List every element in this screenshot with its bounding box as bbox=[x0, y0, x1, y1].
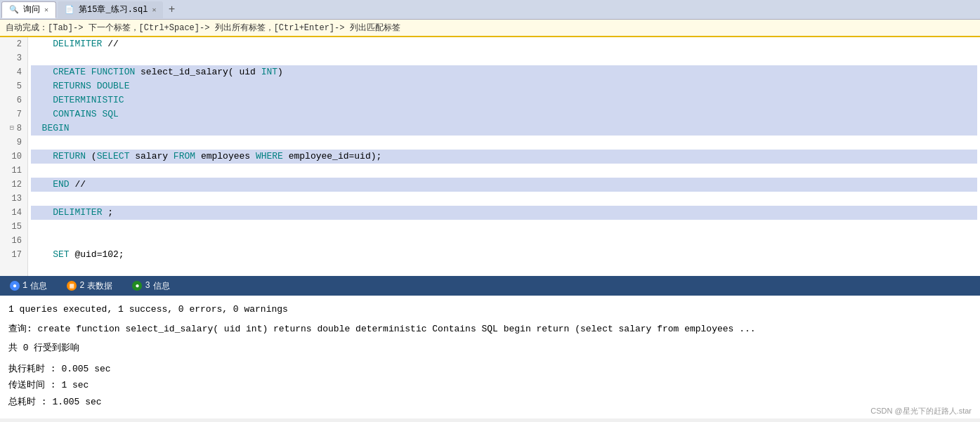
panel-tab-tabledata[interactable]: ▦ 2 表数据 bbox=[63, 279, 117, 294]
line-numbers: 2 3 4 5 6 7 ⊟8 9 10 11 12 13 14 15 16 17 bbox=[0, 37, 28, 276]
timing-val2: : 1 sec bbox=[51, 380, 89, 390]
line-num-9: 9 bbox=[6, 136, 22, 150]
timing-val1: : 0.005 sec bbox=[51, 364, 111, 374]
panel-tab-info1-label: 信息 bbox=[30, 280, 47, 292]
line-num-14: 14 bbox=[6, 206, 22, 220]
code-line-8: BEGIN bbox=[31, 121, 977, 136]
panel-tab-tabledata-label: 表数据 bbox=[87, 280, 112, 292]
tab-add-button[interactable]: + bbox=[164, 3, 178, 17]
timing-row2: 传送时间 : 1 sec bbox=[8, 378, 972, 393]
line-num-4: 4 bbox=[6, 65, 22, 79]
watermark: CSDN @星光下的赶路人.star bbox=[870, 406, 972, 416]
bottom-panel: ● 1 信息 ▦ 2 表数据 ● 3 信息 bbox=[0, 276, 980, 296]
line-num-10: 10 bbox=[6, 150, 22, 164]
code-line-3 bbox=[31, 51, 977, 65]
code-line-4: CREATE FUNCTION select_id_salary( uid IN… bbox=[31, 65, 977, 79]
panel-tab-info3-label: 信息 bbox=[153, 280, 170, 292]
code-line-2: DELIMITER // bbox=[31, 37, 977, 51]
line-num-6: 6 bbox=[6, 93, 22, 107]
kw-delimiter-2: DELIMITER bbox=[31, 37, 107, 51]
code-line-5: RETURNS DOUBLE bbox=[31, 79, 977, 93]
code-line-7: CONTAINS SQL bbox=[31, 107, 977, 121]
code-line-11 bbox=[31, 164, 977, 178]
ch15-icon: 📄 bbox=[65, 5, 74, 14]
line-num-17: 17 bbox=[6, 248, 22, 262]
app-window: 🔍 询问 ✕ 📄 第15章_练习.sql ✕ + 自动完成：[Tab]-> 下一… bbox=[0, 0, 980, 422]
line-num-7: 7 bbox=[6, 107, 22, 121]
timing-label3: 总耗时 bbox=[8, 397, 36, 407]
line-num-2: 2 bbox=[6, 37, 22, 51]
code-lines[interactable]: DELIMITER // CREATE FUNCTION select_id_s… bbox=[28, 37, 980, 276]
hint-text: 自动完成：[Tab]-> 下一个标签，[Ctrl+Space]-> 列出所有标签… bbox=[6, 23, 400, 33]
info1-icon: ● bbox=[10, 281, 20, 291]
tabledata-icon: ▦ bbox=[67, 281, 77, 291]
timing-row1: 执行耗时 : 0.005 sec bbox=[8, 362, 972, 376]
info3-icon: ● bbox=[132, 281, 142, 291]
timing-val3: : 1.005 sec bbox=[41, 397, 102, 407]
tab-ch15-label: 第15章_练习.sql bbox=[79, 4, 148, 15]
timing-block: 执行耗时 : 0.005 sec 传送时间 : 1 sec 总耗时 : 1.00… bbox=[8, 362, 972, 409]
query-icon: 🔍 bbox=[9, 5, 19, 14]
timing-label2: 传送时间 bbox=[8, 380, 45, 390]
code-line-15 bbox=[31, 220, 977, 234]
line-num-3: 3 bbox=[6, 51, 22, 65]
code-line-14: DELIMITER ; bbox=[31, 206, 977, 220]
panel-tab-info3-num: 3 bbox=[145, 281, 150, 291]
code-line-13 bbox=[31, 192, 977, 206]
timing-label1: 执行耗时 bbox=[8, 364, 45, 374]
panel-tab-tabledata-num: 2 bbox=[79, 281, 84, 291]
tab-query-label: 询问 bbox=[23, 4, 40, 15]
autocomplete-hint-bar: 自动完成：[Tab]-> 下一个标签，[Ctrl+Space]-> 列出所有标签… bbox=[0, 20, 980, 37]
result-line2: 查询: create function select_id_salary( ui… bbox=[8, 322, 972, 336]
line-num-12: 12 bbox=[6, 178, 22, 192]
panel-tab-info1[interactable]: ● 1 信息 bbox=[6, 279, 51, 294]
line-num-5: 5 bbox=[6, 79, 22, 93]
tab-ch15-close[interactable]: ✕ bbox=[152, 6, 156, 14]
tab-ch15[interactable]: 📄 第15章_练习.sql ✕ bbox=[58, 1, 163, 18]
timing-row3: 总耗时 : 1.005 sec bbox=[8, 395, 972, 409]
panel-tab-info1-num: 1 bbox=[22, 281, 27, 291]
line-num-13: 13 bbox=[6, 192, 22, 206]
code-line-16 bbox=[31, 234, 977, 248]
code-editor[interactable]: 2 3 4 5 6 7 ⊟8 9 10 11 12 13 14 15 16 17 bbox=[0, 37, 980, 276]
line-num-15: 15 bbox=[6, 220, 22, 234]
panel-tab-info3[interactable]: ● 3 信息 bbox=[128, 279, 174, 294]
line-num-11: 11 bbox=[6, 164, 22, 178]
tab-query-close[interactable]: ✕ bbox=[44, 6, 48, 14]
code-line-6: DETERMINISTIC bbox=[31, 93, 977, 107]
code-line-9 bbox=[31, 136, 977, 150]
tab-query[interactable]: 🔍 询问 ✕ bbox=[1, 1, 56, 18]
line-num-8: ⊟8 bbox=[6, 121, 22, 136]
results-area: 1 queries executed, 1 success, 0 errors,… bbox=[0, 296, 980, 418]
code-line-17: SET @uid=102; bbox=[31, 248, 977, 262]
code-line-10: RETURN (SELECT salary FROM employees WHE… bbox=[31, 150, 977, 164]
tab-bar: 🔍 询问 ✕ 📄 第15章_练习.sql ✕ + bbox=[0, 0, 980, 20]
line-num-16: 16 bbox=[6, 234, 22, 248]
result-line3: 共 0 行受到影响 bbox=[8, 341, 972, 355]
code-line-12: END // bbox=[31, 178, 977, 192]
result-line1: 1 queries executed, 1 success, 0 errors,… bbox=[8, 303, 972, 317]
